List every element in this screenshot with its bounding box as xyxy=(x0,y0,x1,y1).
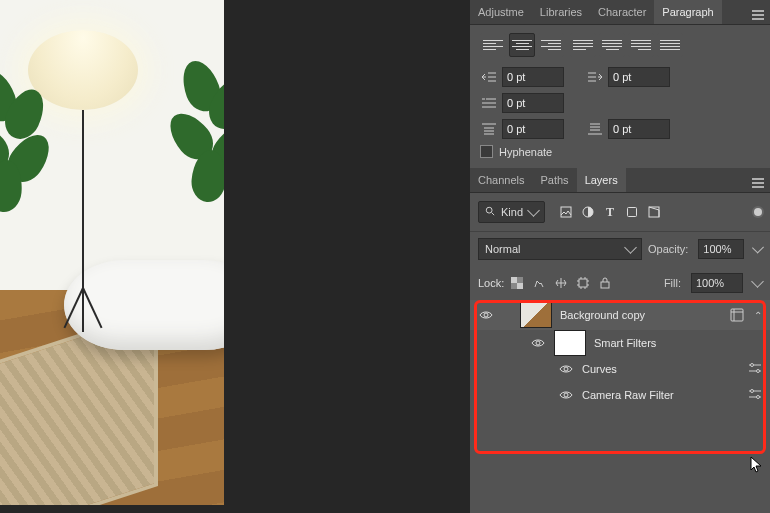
visibility-toggle[interactable] xyxy=(530,335,546,351)
tab-libraries[interactable]: Libraries xyxy=(532,0,590,24)
first-line-indent-field[interactable]: 0 pt xyxy=(480,93,564,113)
layer-thumbnail[interactable] xyxy=(520,302,552,328)
fill-input[interactable]: 100% xyxy=(691,273,743,293)
filter-kind-dropdown[interactable]: Kind xyxy=(478,201,545,223)
panel-menu-bottom[interactable] xyxy=(746,174,770,186)
indent-left-icon xyxy=(480,70,498,84)
svg-rect-6 xyxy=(517,283,523,289)
svg-point-13 xyxy=(536,341,540,345)
chevron-down-icon xyxy=(527,204,540,217)
blending-options-icon[interactable] xyxy=(748,362,762,376)
space-before-field[interactable]: 0 pt xyxy=(480,119,564,139)
search-icon xyxy=(485,206,495,218)
svg-point-14 xyxy=(564,367,568,371)
chevron-down-icon[interactable] xyxy=(751,275,764,288)
fill-label: Fill: xyxy=(664,277,681,289)
svg-rect-12 xyxy=(731,309,743,321)
blending-options-icon[interactable] xyxy=(748,388,762,402)
smart-filters-label: Smart Filters xyxy=(594,337,656,349)
lock-artboard-icon[interactable] xyxy=(576,276,590,290)
layers-filter-row: Kind T xyxy=(470,193,770,232)
svg-rect-5 xyxy=(511,277,517,283)
svg-point-18 xyxy=(751,390,754,393)
lock-fill-row: Lock: Fill: 100% xyxy=(470,266,770,300)
svg-rect-9 xyxy=(579,279,587,287)
opacity-input[interactable]: 100% xyxy=(698,239,744,259)
justify-last-center-button[interactable] xyxy=(599,33,625,57)
hyphenate-checkbox[interactable] xyxy=(480,145,493,158)
filter-adjustment-icon[interactable] xyxy=(581,205,595,219)
visibility-toggle[interactable] xyxy=(558,387,574,403)
svg-rect-1 xyxy=(561,207,571,217)
filter-name: Curves xyxy=(582,363,617,375)
svg-rect-8 xyxy=(511,283,517,289)
filter-toggle[interactable] xyxy=(754,208,762,216)
indent-left-field[interactable]: 0 pt xyxy=(480,67,564,87)
filter-pixel-icon[interactable] xyxy=(559,205,573,219)
justify-last-left-button[interactable] xyxy=(570,33,596,57)
chevron-down-icon xyxy=(624,241,637,254)
svg-rect-3 xyxy=(628,208,637,217)
svg-rect-10 xyxy=(601,282,609,288)
space-after-field[interactable]: 0 pt xyxy=(586,119,670,139)
filter-mask-thumbnail[interactable] xyxy=(554,330,586,356)
layer-name[interactable]: Background copy xyxy=(560,309,645,321)
filter-shape-icon[interactable] xyxy=(625,205,639,219)
filter-kind-label: Kind xyxy=(501,206,523,218)
justify-all-button[interactable] xyxy=(657,33,683,57)
tab-channels[interactable]: Channels xyxy=(470,168,532,192)
document-image[interactable] xyxy=(0,0,224,505)
menu-icon xyxy=(752,14,764,16)
canvas-area[interactable] xyxy=(0,0,470,513)
filter-row-camera-raw[interactable]: Camera Raw Filter xyxy=(470,382,770,408)
paragraph-panel: 0 pt 0 pt 0 pt 0 pt 0 pt H xyxy=(470,25,770,168)
filter-type-icon[interactable]: T xyxy=(603,205,617,219)
blend-mode-dropdown[interactable]: Normal xyxy=(478,238,642,260)
filter-type-buttons: T xyxy=(559,205,661,219)
smart-filters-row[interactable]: Smart Filters xyxy=(470,330,770,356)
lock-transparent-icon[interactable] xyxy=(510,276,524,290)
lock-label: Lock: xyxy=(478,277,504,289)
tab-paths[interactable]: Paths xyxy=(532,168,576,192)
smart-object-icon xyxy=(730,308,744,322)
align-center-button[interactable] xyxy=(509,33,535,57)
tab-character[interactable]: Character xyxy=(590,0,654,24)
lock-image-icon[interactable] xyxy=(532,276,546,290)
indent-right-icon xyxy=(586,70,604,84)
collapse-filters-icon[interactable]: ⌃ xyxy=(754,310,762,321)
layer-row-background-copy[interactable]: ▾ Background copy ⌃ xyxy=(470,300,770,330)
blend-mode-value: Normal xyxy=(485,243,520,255)
visibility-toggle[interactable] xyxy=(478,307,494,323)
svg-point-16 xyxy=(757,370,760,373)
menu-icon xyxy=(752,182,764,184)
align-left-button[interactable] xyxy=(480,33,506,57)
tab-layers[interactable]: Layers xyxy=(577,168,626,192)
tab-paragraph[interactable]: Paragraph xyxy=(654,0,721,24)
hyphenate-label: Hyphenate xyxy=(499,146,552,158)
align-right-button[interactable] xyxy=(538,33,564,57)
layers-list: ▾ Background copy ⌃ Smart Filters Curves… xyxy=(470,300,770,408)
tab-adjustments[interactable]: Adjustme xyxy=(470,0,532,24)
chevron-down-icon[interactable] xyxy=(752,242,764,254)
alignment-buttons xyxy=(480,33,760,57)
filter-smartobject-icon[interactable] xyxy=(647,205,661,219)
svg-point-15 xyxy=(751,364,754,367)
first-line-indent-icon xyxy=(480,96,498,110)
justify-last-right-button[interactable] xyxy=(628,33,654,57)
lock-position-icon[interactable] xyxy=(554,276,568,290)
filter-row-curves[interactable]: Curves xyxy=(470,356,770,382)
panel-tabs-bottom: Channels Paths Layers xyxy=(470,168,770,193)
svg-rect-7 xyxy=(517,277,523,283)
lock-all-icon[interactable] xyxy=(598,276,612,290)
blend-opacity-row: Normal Opacity: 100% xyxy=(470,232,770,266)
opacity-label: Opacity: xyxy=(648,243,688,255)
svg-point-19 xyxy=(757,396,760,399)
right-panels: Adjustme Libraries Character Paragraph 0… xyxy=(470,0,770,513)
filter-name: Camera Raw Filter xyxy=(582,389,674,401)
visibility-toggle[interactable] xyxy=(558,361,574,377)
svg-point-11 xyxy=(484,313,488,317)
panel-tabs-top: Adjustme Libraries Character Paragraph xyxy=(470,0,770,25)
panel-menu-top[interactable] xyxy=(746,6,770,18)
svg-point-0 xyxy=(486,207,492,213)
indent-right-field[interactable]: 0 pt xyxy=(586,67,670,87)
